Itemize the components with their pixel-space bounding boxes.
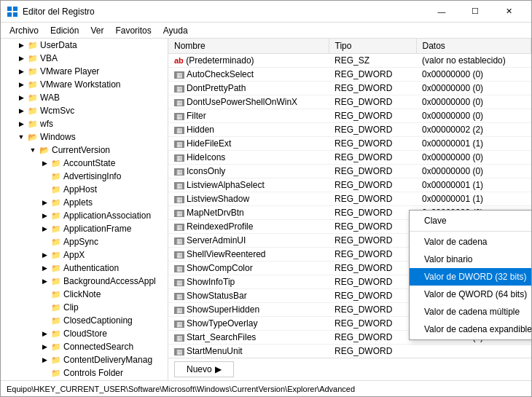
col-nombre[interactable]: Nombre [168, 39, 329, 54]
tree-consearch[interactable]: ▶ 📁 ConnectedSearch [1, 340, 168, 353]
registry-tree[interactable]: ▶ 📁 UserData ▶ 📁 VBA ▶ 📁 VMware Player ▶… [1, 39, 168, 380]
nuevo-button[interactable]: Nuevo ▶ [174, 361, 234, 377]
tree-wab[interactable]: ▶ 📁 WAB [1, 91, 168, 104]
folder-icon: 📁 [50, 262, 62, 274]
arrow-icon: ▶ [15, 105, 27, 117]
tree-appx[interactable]: ▶ 📁 AppX [1, 248, 168, 262]
right-panel: Nombre Tipo Datos ab (Predeterminado) RE… [168, 39, 531, 380]
row-tipo: REG_DWORD [329, 151, 416, 165]
ctx-clave[interactable]: Clave [410, 212, 531, 229]
table-row[interactable]: ▦Filter REG_DWORD 0x00000000 (0) [168, 109, 531, 123]
svg-rect-0 [7, 7, 12, 11]
svg-rect-1 [13, 7, 17, 11]
tree-currentversion[interactable]: ▼ 📂 CurrentVersion [1, 144, 168, 157]
ctx-valor-binario[interactable]: Valor binario [410, 251, 531, 268]
tree-label: ApplicationFrame [62, 224, 131, 234]
tree-advertisinginfo[interactable]: ▶ 📁 AdvertisingInfo [1, 170, 168, 183]
maximize-button[interactable]: ☐ [458, 1, 492, 23]
folder-icon: 📁 [27, 79, 39, 90]
table-row[interactable]: ▦IconsOnly REG_DWORD 0x00000000 (0) [168, 165, 531, 178]
tree-vmware-ws[interactable]: ▶ 📁 VMware Workstation [1, 78, 168, 91]
table-row[interactable]: ▦StartMenuUnit REG_DWORD [168, 345, 531, 358]
ctx-valor-qword[interactable]: Valor de QWORD (64 bits) [410, 286, 531, 303]
table-row[interactable]: ▦ListviewAlphaSelect REG_DWORD 0x0000000… [168, 178, 531, 192]
row-datos: 0x00000001 (1) [416, 178, 531, 192]
tree-closedcap[interactable]: ▶ 📁 ClosedCaptioning [1, 314, 168, 327]
tree-vba[interactable]: ▶ 📁 VBA [1, 52, 168, 65]
tree-controls[interactable]: ▶ 📁 Controls Folder [1, 366, 168, 380]
row-nombre: ab (Predeterminado) [168, 54, 329, 68]
tree-wfs[interactable]: ▶ 📁 wfs [1, 117, 168, 130]
row-datos [416, 345, 531, 358]
ctx-valor-cadena-multiple[interactable]: Valor de cadena múltiple [410, 303, 531, 321]
row-nombre: ▦DontUsePowerShellOnWinX [168, 95, 329, 109]
tree-label: ApplicationAssociation [62, 211, 151, 221]
tree-apphost[interactable]: ▶ 📁 AppHost [1, 183, 168, 196]
table-row[interactable]: ab (Predeterminado) REG_SZ (valor no est… [168, 54, 531, 68]
tree-clip[interactable]: ▶ 📁 Clip [1, 301, 168, 314]
status-bar: Equipo\HKEY_CURRENT_USER\Software\Micros… [1, 380, 531, 396]
tree-bgaccess[interactable]: ▶ 📁 BackgroundAccessAppl [1, 275, 168, 288]
arrow-icon: ▶ [15, 66, 27, 77]
tree-wcmsvc[interactable]: ▶ 📁 WcmSvc [1, 104, 168, 117]
tree-label: Applets [62, 197, 93, 208]
menu-favoritos[interactable]: Favoritos [109, 24, 157, 37]
close-button[interactable]: ✕ [492, 1, 525, 23]
menu-edicion[interactable]: Edición [44, 24, 85, 37]
tree-accountstate[interactable]: ▶ 📁 AccountState [1, 157, 168, 170]
tree-contentdel[interactable]: ▶ 📁 ContentDeliveryManag [1, 353, 168, 366]
arrow-icon: ▶ [15, 39, 27, 51]
row-nombre: ▦ShowCompColor [168, 262, 329, 275]
tree-userdata[interactable]: ▶ 📁 UserData [1, 39, 168, 52]
table-row[interactable]: ▦ListviewShadow REG_DWORD 0x00000001 (1) [168, 192, 531, 206]
folder-icon: 📁 [50, 302, 62, 313]
row-datos: 0x00000000 (0) [416, 95, 531, 109]
table-row[interactable]: ▦Hidden REG_DWORD 0x00000002 (2) [168, 123, 531, 137]
tree-label: VMware Workstation [39, 79, 120, 90]
ctx-valor-dword[interactable]: Valor de DWORD (32 bits) [410, 268, 531, 286]
folder-icon: 📁 [50, 354, 62, 366]
row-tipo: REG_DWORD [329, 192, 416, 206]
tree-label: Windows [39, 132, 76, 142]
row-datos: 0x00000000 (0) [416, 151, 531, 165]
tree-auth[interactable]: ▶ 📁 Authentication [1, 262, 168, 275]
tree-applets[interactable]: ▶ 📁 Applets [1, 196, 168, 209]
row-nombre: ▦ShowInfoTip [168, 275, 329, 289]
row-nombre: ▦Hidden [168, 123, 329, 137]
tree-appsync[interactable]: ▶ 📁 AppSync [1, 235, 168, 248]
arrow-icon: ▶ [39, 249, 50, 261]
ctx-valor-cadena[interactable]: Valor de cadena [410, 233, 531, 251]
table-row[interactable]: ▦DontUsePowerShellOnWinX REG_DWORD 0x000… [168, 95, 531, 109]
tree-cloudstore[interactable]: ▶ 📁 CloudStore [1, 327, 168, 340]
table-row[interactable]: ▦AutoCheckSelect REG_DWORD 0x00000000 (0… [168, 68, 531, 82]
tree-appframe[interactable]: ▶ 📁 ApplicationFrame [1, 222, 168, 235]
table-row[interactable]: ▦HideIcons REG_DWORD 0x00000000 (0) [168, 151, 531, 165]
folder-icon: 📁 [27, 105, 39, 117]
col-datos[interactable]: Datos [416, 39, 531, 54]
folder-icon: 📁 [50, 210, 62, 221]
table-row[interactable]: ▦DontPrettyPath REG_DWORD 0x00000000 (0) [168, 82, 531, 95]
folder-open-icon: 📂 [27, 131, 39, 143]
row-nombre: ▦Filter [168, 109, 329, 123]
tree-label: AppX [62, 250, 85, 260]
tree-vmware-player[interactable]: ▶ 📁 VMware Player [1, 65, 168, 78]
menu-ayuda[interactable]: Ayuda [157, 24, 194, 37]
tree-label: BackgroundAccessAppl [62, 276, 156, 286]
col-tipo[interactable]: Tipo [329, 39, 416, 54]
main-content: ▶ 📁 UserData ▶ 📁 VBA ▶ 📁 VMware Player ▶… [1, 39, 531, 380]
table-row[interactable]: ▦HideFileExt REG_DWORD 0x00000001 (1) [168, 137, 531, 151]
tree-label: AdvertisingInfo [62, 171, 121, 181]
ctx-valor-cadena-expandible[interactable]: Valor de cadena expandible [410, 321, 531, 338]
tree-windows[interactable]: ▼ 📂 Windows [1, 130, 168, 144]
folder-icon: 📁 [50, 315, 62, 326]
menu-bar: Archivo Edición Ver Favoritos Ayuda [1, 23, 531, 39]
row-tipo: REG_DWORD [329, 123, 416, 137]
tree-appasso[interactable]: ▶ 📁 ApplicationAssociation [1, 209, 168, 222]
folder-icon: 📁 [50, 223, 62, 235]
tree-clicknote[interactable]: ▶ 📁 ClickNote [1, 288, 168, 301]
minimize-button[interactable]: — [425, 1, 458, 23]
nuevo-arrow-icon: ▶ [215, 364, 222, 374]
menu-archivo[interactable]: Archivo [4, 24, 44, 37]
row-datos: 0x00000000 (0) [416, 82, 531, 95]
menu-ver[interactable]: Ver [85, 24, 109, 37]
